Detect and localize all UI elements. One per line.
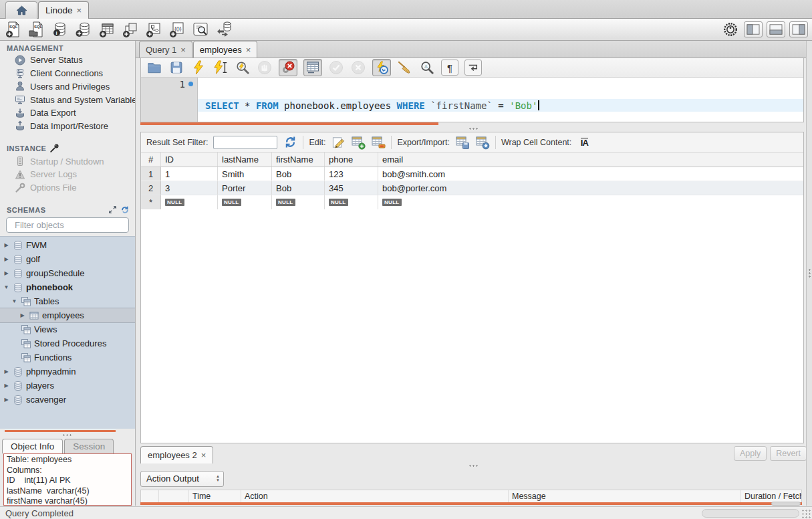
resize-grip[interactable]	[801, 509, 811, 518]
cell-null[interactable]: NULL	[325, 195, 378, 209]
export-recordset-button[interactable]	[455, 135, 470, 150]
tree-node-functions[interactable]: Functions	[0, 350, 135, 365]
open-script-button[interactable]	[146, 60, 162, 76]
chevron-right-icon[interactable]: ▶	[3, 383, 10, 389]
column-header-phone[interactable]: phone	[325, 152, 378, 167]
cell-lastname[interactable]: Smith	[218, 167, 272, 181]
create-function-button[interactable]: {()}	[168, 21, 186, 38]
tab-employees[interactable]: employees ×	[193, 41, 257, 58]
create-schema-button[interactable]	[74, 21, 93, 38]
sidebar-item-server-logs[interactable]: Server Logs	[0, 168, 135, 181]
cell-firstname[interactable]: Bob	[272, 181, 325, 195]
new-row-marker[interactable]: *	[141, 195, 161, 209]
sql-line-1[interactable]: SELECT * FROM phonebook.employees WHERE …	[198, 99, 803, 112]
close-icon[interactable]: ×	[201, 450, 207, 460]
chevron-right-icon[interactable]: ▶	[19, 312, 26, 318]
insert-row-button[interactable]	[351, 135, 366, 150]
execute-query-button[interactable]	[190, 60, 207, 76]
cell-phone[interactable]: 345	[325, 181, 378, 195]
cell-id[interactable]: 1	[161, 167, 218, 181]
action-output-col-index[interactable]	[159, 490, 189, 502]
schema-node-fwm[interactable]: ▶ FWM	[0, 238, 135, 252]
rollback-button[interactable]	[350, 60, 366, 76]
sidebar-item-server-status[interactable]: Server Status	[0, 54, 135, 67]
create-procedure-button[interactable]	[144, 21, 163, 38]
result-filter-input[interactable]	[213, 136, 277, 149]
revert-button[interactable]: Revert	[770, 446, 807, 461]
close-icon[interactable]: ×	[246, 45, 251, 55]
schema-node-groupschedule[interactable]: ▶ groupSchedule	[0, 266, 135, 280]
chevron-right-icon[interactable]: ▶	[3, 270, 10, 276]
action-output-col-time[interactable]: Time	[189, 490, 241, 502]
sidebar-item-users-privileges[interactable]: Users and Privileges	[0, 80, 135, 93]
search-table-data-button[interactable]	[191, 21, 210, 38]
horizontal-scrollbar-thumb[interactable]	[771, 502, 801, 506]
cell-email[interactable]: bob@smith.com	[378, 167, 803, 181]
splitter-handle[interactable]	[808, 268, 811, 279]
tab-query-1[interactable]: Query 1 ×	[139, 41, 192, 58]
tree-node-views[interactable]: Views	[0, 322, 135, 336]
tab-object-info[interactable]: Object Info	[2, 439, 63, 453]
cell-phone[interactable]: 123	[325, 167, 378, 181]
action-output-col-message[interactable]: Message	[509, 490, 741, 502]
tree-node-stored-procedures[interactable]: Stored Procedures	[0, 336, 135, 350]
tab-employees-2[interactable]: employees 2 ×	[140, 446, 213, 463]
column-header-rownum[interactable]: #	[141, 152, 161, 167]
chevron-down-icon[interactable]: ▼	[3, 284, 10, 290]
horizontal-scrollbar-thumb[interactable]	[702, 509, 799, 518]
refresh-results-button[interactable]	[283, 135, 297, 150]
action-output-col-duration[interactable]: Duration / Fetch	[741, 490, 801, 502]
close-icon[interactable]: ×	[180, 45, 186, 55]
toggle-autocommit-button[interactable]	[372, 59, 391, 76]
cell-null[interactable]: NULL	[378, 195, 803, 209]
new-sql-tab-button[interactable]: SQL	[4, 21, 23, 38]
schema-node-golf[interactable]: ▶ golf	[0, 252, 135, 266]
row-number-cell[interactable]: 2	[141, 181, 161, 195]
connection-tab[interactable]: Linode ×	[38, 1, 89, 19]
toggle-bottom-panel-button[interactable]	[767, 21, 785, 37]
chevron-right-icon[interactable]: ▶	[3, 256, 10, 262]
save-script-button[interactable]	[168, 60, 184, 76]
open-sql-script-button[interactable]: SQL	[27, 21, 46, 38]
cell-lastname[interactable]: Porter	[218, 181, 272, 195]
create-view-button[interactable]	[121, 21, 140, 38]
toggle-right-sidebar-button[interactable]	[789, 21, 808, 37]
sidebar-item-options-file[interactable]: Options File	[0, 181, 135, 195]
chevron-down-icon[interactable]: ▼	[11, 298, 18, 304]
column-header-firstname[interactable]: firstName	[272, 152, 325, 167]
schema-filter-box[interactable]	[6, 217, 129, 233]
tab-session[interactable]: Session	[64, 439, 114, 453]
toggle-word-wrap-button[interactable]	[464, 60, 482, 76]
edit-record-button[interactable]	[331, 135, 346, 150]
column-header-lastname[interactable]: lastName	[218, 152, 272, 167]
code-area[interactable]: SELECT * FROM phonebook.employees WHERE …	[198, 78, 803, 122]
execute-current-statement-button[interactable]	[213, 60, 229, 76]
cell-firstname[interactable]: Bob	[272, 167, 325, 181]
sidebar-item-data-import[interactable]: Data Import/Restore	[0, 120, 135, 133]
column-header-id[interactable]: ID	[161, 152, 218, 167]
sidebar-item-startup-shutdown[interactable]: Startup / Shutdown	[0, 154, 135, 168]
cell-null[interactable]: NULL	[218, 195, 272, 209]
stop-query-button[interactable]	[257, 60, 273, 76]
wrap-cell-content-button[interactable]: IA	[577, 135, 591, 150]
delete-row-button[interactable]	[371, 135, 386, 150]
chevron-right-icon[interactable]: ▶	[3, 397, 10, 403]
schema-filter-input[interactable]	[13, 219, 134, 231]
schema-node-players[interactable]: ▶ players	[0, 379, 135, 393]
cell-id[interactable]: 3	[161, 181, 218, 195]
chevron-right-icon[interactable]: ▶	[3, 369, 10, 375]
splitter-handle[interactable]	[468, 127, 479, 130]
output-type-select[interactable]: Action Output ▲▼	[140, 471, 224, 487]
workbench-gear-badge-button[interactable]	[721, 21, 740, 38]
action-output-col-action[interactable]: Action	[241, 490, 509, 502]
limit-rows-button[interactable]	[303, 59, 322, 76]
cell-null[interactable]: NULL	[161, 195, 218, 209]
toggle-invisible-chars-button[interactable]: ¶	[441, 60, 458, 76]
column-header-email[interactable]: email	[378, 152, 803, 167]
sidebar-item-status-system-variables[interactable]: Status and System Variables	[0, 93, 135, 106]
schema-node-scavenger[interactable]: ▶ scavenger	[0, 393, 135, 407]
splitter-handle[interactable]	[62, 433, 73, 437]
sidebar-item-data-export[interactable]: Data Export	[0, 106, 135, 120]
schema-node-phpmyadmin[interactable]: ▶ phpmyadmin	[0, 365, 135, 379]
create-table-button[interactable]	[98, 21, 116, 38]
